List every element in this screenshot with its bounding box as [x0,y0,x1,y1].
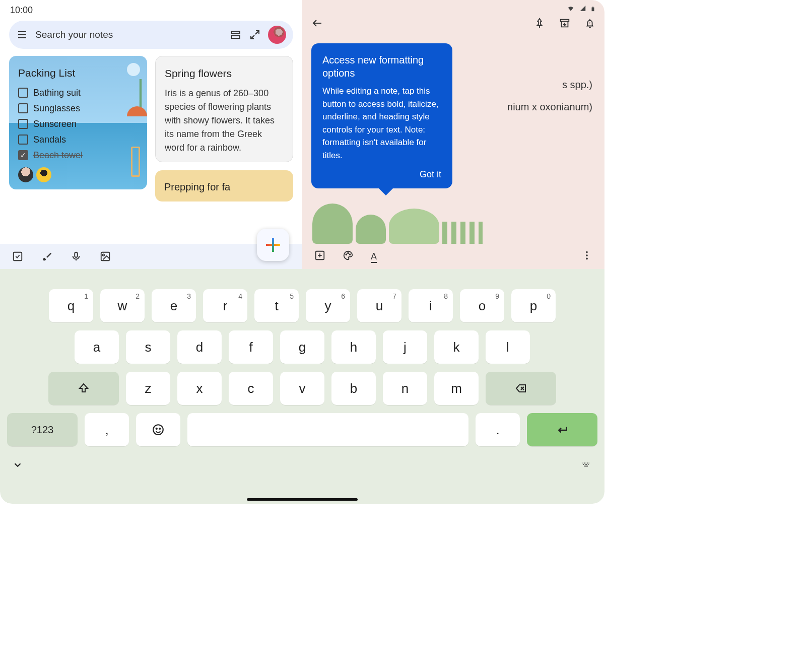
svg-rect-39 [585,464,586,465]
checkbox-icon[interactable] [18,119,28,129]
profile-avatar[interactable] [268,26,286,44]
key-m[interactable]: m [434,372,479,405]
key-f[interactable]: f [229,330,273,364]
checklist-item[interactable]: Sunglasses [18,102,138,115]
nav-pill[interactable] [247,498,358,501]
add-content-icon[interactable] [314,250,325,263]
checklist-item[interactable]: ✓Beach towel [18,149,138,162]
svg-rect-7 [14,252,22,261]
key-w[interactable]: w2 [100,289,145,322]
key-c[interactable]: c [229,372,273,405]
keyboard-collapse-icon[interactable] [12,459,23,473]
on-screen-keyboard: q1w2e3r4t5y6u7i8o9p0 asdfghjkl zxcvbnm ?… [0,269,604,504]
key-t[interactable]: t5 [254,289,299,322]
period-key[interactable]: . [476,413,520,446]
checklist-item[interactable]: Sunscreen [18,117,138,131]
svg-point-32 [159,428,160,429]
key-s[interactable]: s [126,330,170,364]
enter-key[interactable] [527,413,597,446]
note-card-spring-flowers[interactable]: Spring flowers Iris is a genus of 260–30… [155,56,293,162]
svg-point-30 [153,425,163,435]
shift-key[interactable] [48,372,119,405]
key-u[interactable]: u7 [357,289,401,322]
key-l[interactable]: l [486,330,530,364]
keyboard-switch-icon[interactable] [580,460,592,472]
reminder-icon[interactable]: + [584,18,595,31]
checklist-icon[interactable] [12,251,23,262]
key-x[interactable]: x [177,372,222,405]
archive-icon[interactable] [559,18,570,31]
svg-rect-38 [583,464,584,465]
symbols-key[interactable]: ?123 [7,413,78,446]
brush-icon[interactable] [41,251,52,262]
comma-key[interactable]: , [85,413,129,446]
svg-rect-15 [561,20,569,22]
more-icon[interactable] [581,250,592,263]
editor-toolbar: A [302,244,604,269]
expand-icon[interactable] [249,29,261,41]
tooltip-got-it-button[interactable]: Got it [322,168,441,181]
search-bar[interactable]: Search your notes [9,21,293,49]
svg-rect-40 [586,464,587,465]
key-a[interactable]: a [75,330,119,364]
svg-rect-12 [592,7,594,7]
layout-toggle-icon[interactable] [230,29,242,41]
pin-icon[interactable] [534,18,545,31]
back-icon[interactable] [311,17,323,31]
backspace-key[interactable] [486,372,556,405]
svg-rect-35 [586,463,587,464]
note-card-prepping[interactable]: Prepping for fa [155,170,293,201]
mic-icon[interactable] [71,251,82,262]
note-card-packing-list[interactable]: Packing List Bathing suitSunglassesSunsc… [9,56,147,189]
notes-grid: Packing List Bathing suitSunglassesSunsc… [0,56,302,244]
key-r[interactable]: r4 [203,289,247,322]
new-note-fab[interactable] [257,229,289,261]
collaborator-avatar[interactable] [18,167,33,182]
key-k[interactable]: k [434,330,479,364]
key-z[interactable]: z [126,372,170,405]
space-key[interactable] [187,413,468,446]
palette-icon[interactable] [343,250,354,263]
checkbox-icon[interactable] [18,88,28,98]
formatting-tooltip: Access new formatting options While edit… [311,43,452,188]
checkbox-icon[interactable] [18,135,28,145]
key-g[interactable]: g [280,330,324,364]
svg-point-27 [586,258,588,260]
checklist-label: Sunglasses [33,102,80,115]
key-j[interactable]: j [383,330,427,364]
note-title: Prepping for fa [164,179,284,194]
svg-rect-8 [75,252,78,257]
tooltip-title: Access new formatting options [322,53,441,80]
key-n[interactable]: n [383,372,427,405]
key-y[interactable]: y6 [306,289,350,322]
key-b[interactable]: b [331,372,376,405]
ladder-decor [131,147,140,177]
svg-rect-4 [232,36,240,38]
wifi-icon [566,5,575,12]
key-o[interactable]: o9 [460,289,504,322]
emoji-key[interactable] [136,413,180,446]
svg-rect-42 [584,466,588,467]
key-d[interactable]: d [177,330,222,364]
checklist-item[interactable]: Bathing suit [18,86,138,100]
key-v[interactable]: v [280,372,324,405]
key-i[interactable]: i8 [409,289,453,322]
key-e[interactable]: e3 [152,289,196,322]
collaborators [18,167,138,182]
key-q[interactable]: q1 [49,289,93,322]
checkbox-icon[interactable] [18,103,28,113]
battery-icon [590,5,595,13]
text-format-icon[interactable]: A [371,251,377,262]
image-icon[interactable] [100,251,111,262]
key-h[interactable]: h [331,330,376,364]
checklist-item[interactable]: Sandals [18,133,138,147]
key-p[interactable]: p0 [511,289,556,322]
sun-decor [127,63,140,76]
checklist-label: Bathing suit [33,86,81,100]
collaborator-avatar[interactable] [36,167,51,182]
svg-rect-33 [583,463,584,464]
svg-text:+: + [589,21,591,25]
menu-icon[interactable] [16,29,28,41]
checkbox-icon[interactable]: ✓ [18,150,28,160]
garden-illustration [302,198,604,244]
